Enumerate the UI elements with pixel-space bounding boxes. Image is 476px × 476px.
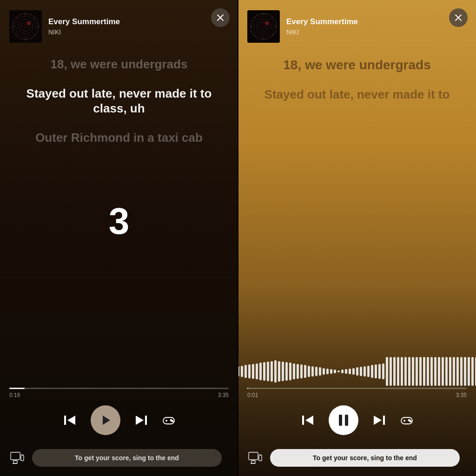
svg-marker-50 [305, 416, 313, 425]
waveform-bar [360, 367, 362, 376]
waveform-bar [356, 367, 358, 375]
prev-button-right[interactable] [301, 413, 315, 427]
svg-rect-30 [21, 455, 24, 461]
waveform-bar [390, 357, 392, 386]
waveform-bar [308, 366, 310, 377]
next-button-right[interactable] [372, 413, 386, 427]
time-end-left: 3:35 [218, 392, 229, 398]
time-end-right: 3:35 [456, 392, 467, 398]
next-button-left[interactable] [134, 413, 148, 427]
svg-point-15 [16, 17, 18, 19]
svg-marker-21 [136, 416, 144, 425]
progress-track-right[interactable] [247, 388, 467, 389]
waveform-bar [427, 357, 429, 386]
pause-button-right[interactable] [329, 405, 358, 435]
bottom-bar-left: To get your score, sing to the end [0, 444, 238, 476]
waveform-bar [386, 357, 388, 386]
track-artist-right: NIKI [286, 28, 467, 36]
progress-section-left: 0:16 3:35 [0, 383, 238, 401]
waveform-bar [300, 364, 303, 378]
svg-point-13 [33, 34, 35, 36]
waveform-bar [256, 364, 258, 380]
gamepad-button-right[interactable] [400, 415, 413, 426]
waveform-bar [337, 370, 340, 373]
svg-point-43 [250, 26, 252, 28]
svg-marker-19 [103, 416, 110, 425]
svg-rect-52 [345, 415, 348, 426]
svg-point-41 [275, 26, 278, 28]
prev-button-left[interactable] [63, 413, 77, 427]
score-text-right: To get your score, sing to the end [313, 454, 417, 462]
progress-track-left[interactable] [9, 388, 229, 389]
svg-point-47 [254, 17, 256, 19]
waveform-bar [252, 364, 254, 379]
track-title-left: Every Summertime [48, 17, 229, 26]
svg-rect-61 [251, 461, 255, 463]
lyric-line-r2: Stayed out late, never made it to [252, 87, 462, 102]
svg-rect-63 [259, 455, 262, 461]
album-art-left [9, 10, 42, 43]
device-icon-right[interactable] [247, 450, 263, 466]
waveform-bar [304, 365, 306, 377]
waveform-bar [259, 363, 262, 380]
waveform-bar [408, 357, 410, 386]
time-labels-left: 0:16 3:35 [9, 392, 229, 398]
track-artist-left: NIKI [48, 28, 229, 36]
waveform-bar [453, 357, 455, 386]
track-title-right: Every Summertime [286, 17, 467, 26]
gamepad-button-left[interactable] [162, 415, 175, 426]
svg-point-45 [271, 34, 273, 36]
svg-point-16 [27, 21, 31, 25]
left-panel: Every Summertime NIKI 18, we were underg… [0, 0, 238, 476]
waveform-bar [278, 361, 280, 382]
svg-point-46 [254, 34, 256, 36]
svg-marker-18 [67, 416, 75, 425]
waveform-bar [442, 357, 444, 386]
waveform-bar [382, 364, 384, 380]
svg-point-40 [263, 13, 265, 15]
waveform-bar [319, 367, 321, 375]
waveform-bar [326, 369, 329, 374]
controls-left [0, 401, 238, 444]
svg-rect-27 [11, 452, 20, 460]
waveform-bar [464, 357, 466, 386]
close-button-right[interactable] [449, 8, 468, 27]
score-pill-left: To get your score, sing to the end [32, 449, 222, 467]
waveform-bar [297, 364, 299, 379]
waveform-bar [367, 366, 370, 377]
svg-point-7 [23, 24, 28, 29]
track-info-left: Every Summertime NIKI [48, 17, 229, 35]
waveform-bar [241, 366, 243, 377]
progress-fill-left [9, 388, 25, 389]
svg-rect-60 [249, 452, 258, 460]
waveform-bar [456, 357, 459, 386]
waveform-bar [416, 357, 418, 386]
waveform-bar [393, 357, 396, 386]
waveform-bar [293, 364, 295, 380]
album-art-right [247, 10, 280, 43]
waveform-bar [341, 370, 344, 373]
svg-rect-49 [302, 416, 304, 425]
track-info-right: Every Summertime NIKI [286, 17, 467, 35]
waveform-bar [449, 357, 451, 386]
waveform-bar [460, 357, 463, 386]
device-icon-left[interactable] [9, 450, 25, 466]
lyrics-area-right: 18, we were undergrads Stayed out late, … [238, 52, 476, 383]
time-current-right: 0:01 [247, 392, 258, 398]
svg-rect-51 [339, 415, 342, 426]
close-button-left[interactable] [211, 8, 230, 27]
waveform-bar [423, 357, 425, 386]
waveform-bar [419, 357, 422, 386]
svg-point-42 [263, 38, 265, 40]
svg-point-59 [410, 421, 411, 422]
svg-point-39 [261, 24, 266, 29]
waveform-bar [397, 357, 399, 386]
svg-point-14 [16, 34, 18, 36]
waveform-bar [352, 368, 355, 375]
svg-point-8 [25, 13, 27, 15]
svg-point-26 [172, 421, 173, 422]
waveform-bar [274, 360, 277, 382]
play-button-left[interactable] [91, 405, 120, 435]
waveform [238, 353, 476, 390]
waveform-bar [371, 365, 373, 377]
